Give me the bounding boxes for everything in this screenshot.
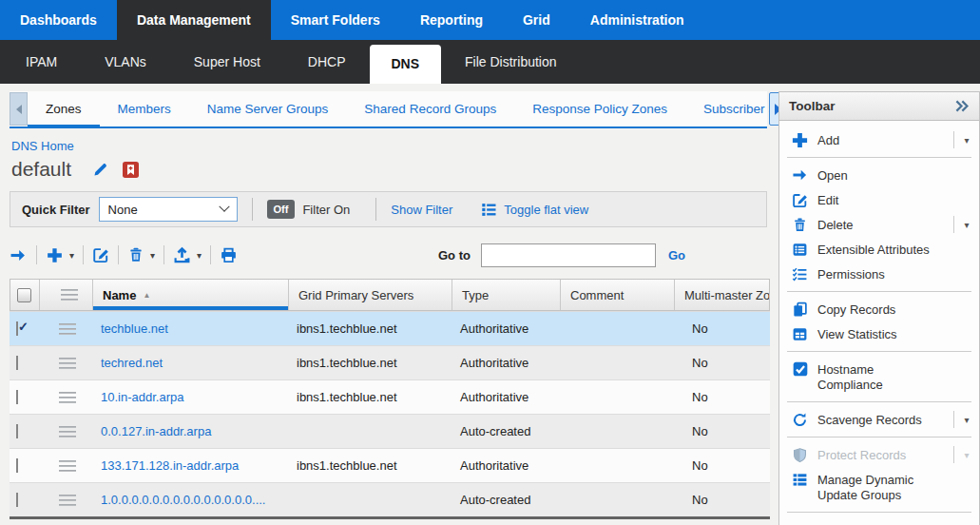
table-row[interactable]: 10.in-addr.arpa ibns1.techblue.net Autho…: [10, 379, 770, 414]
toolbar-item-copy-records[interactable]: Copy Records: [779, 297, 979, 321]
zone-link[interactable]: 0.0.127.in-addr.arpa: [101, 424, 211, 438]
scavenge-dropdown-caret[interactable]: [953, 411, 979, 428]
toolbar-item-label: Permissions: [817, 265, 885, 282]
tab-name-server-groups[interactable]: Name Server Groups: [189, 91, 347, 126]
zone-link[interactable]: techred.net: [101, 356, 163, 370]
toolbar-item-delete[interactable]: Delete: [779, 212, 979, 237]
row-checkbox[interactable]: [16, 356, 18, 370]
go-button[interactable]: Go: [668, 248, 685, 262]
zone-link[interactable]: 133.171.128.in-addr.arpa: [101, 458, 239, 473]
cell-multi-master: No: [673, 321, 770, 336]
toolbar-item-extensible-attributes[interactable]: Extensible Attributes: [779, 237, 979, 262]
subnav-item-super-host[interactable]: Super Host: [170, 40, 284, 84]
toolbar-item-scavenge-records[interactable]: Scavenge Records: [779, 407, 979, 432]
show-filter-link[interactable]: Show Filter: [391, 203, 452, 217]
subnav-item-ipam[interactable]: IPAM: [2, 40, 81, 84]
tab-scroll-left-button[interactable]: [10, 92, 28, 126]
row-checkbox[interactable]: [16, 390, 18, 404]
tab-shared-record-groups[interactable]: Shared Record Groups: [346, 91, 514, 126]
subnav-item-dns[interactable]: DNS: [370, 45, 442, 84]
delete-dropdown-caret[interactable]: [150, 250, 155, 261]
nav-item-administration[interactable]: Administration: [570, 0, 704, 40]
divider: [787, 351, 971, 352]
export-dropdown-caret[interactable]: [197, 250, 202, 261]
tab-subscriber[interactable]: Subscriber S: [685, 91, 769, 126]
column-header-name[interactable]: Name▲: [92, 280, 288, 310]
subnav-item-dhcp[interactable]: DHCP: [284, 40, 370, 84]
goto-input[interactable]: [481, 243, 656, 267]
quick-filter-select[interactable]: None: [99, 197, 238, 222]
tab-members[interactable]: Members: [100, 91, 189, 126]
drag-handle-icon[interactable]: [59, 426, 76, 438]
edit-icon[interactable]: [92, 246, 109, 263]
toolbar-item-protect-records: Protect Records: [779, 442, 979, 467]
drag-handle-icon[interactable]: [59, 495, 76, 506]
zone-link[interactable]: techblue.net: [101, 321, 168, 336]
row-checkbox[interactable]: [16, 458, 18, 473]
nav-item-data-management[interactable]: Data Management: [117, 0, 271, 40]
table-row[interactable]: techred.net ibns1.techblue.net Authorita…: [10, 345, 770, 379]
nav-item-grid[interactable]: Grid: [503, 0, 570, 40]
tab-response-policy-zones[interactable]: Response Policy Zones: [514, 91, 685, 126]
delete-icon[interactable]: [127, 246, 144, 263]
toolbar-item-add[interactable]: Add: [779, 127, 979, 152]
toolbar-item-open[interactable]: Open: [779, 163, 979, 187]
bookmark-icon[interactable]: [123, 162, 139, 178]
divider: [252, 198, 253, 221]
toolbar-item-hostname-compliance[interactable]: Hostname Compliance: [779, 357, 979, 397]
toolbar-item-permissions[interactable]: Permissions: [779, 262, 979, 286]
toolbar-panel-items: Add Open Edit Delete: [779, 121, 979, 513]
drag-handle-icon[interactable]: [59, 323, 76, 335]
divider: [787, 401, 971, 402]
row-checkbox[interactable]: [16, 493, 18, 507]
collapse-panel-icon[interactable]: [953, 98, 970, 114]
subnav-item-vlans[interactable]: VLANs: [81, 40, 170, 84]
cell-multi-master: No: [673, 458, 770, 473]
column-header-multi-master[interactable]: Multi-master Zo: [674, 280, 769, 310]
tab-zones[interactable]: Zones: [28, 91, 100, 126]
column-header-grid-primary-servers[interactable]: Grid Primary Servers: [288, 280, 452, 310]
zone-link[interactable]: 1.0.0.0.0.0.0.0.0.0.0.0.0.0.0....: [101, 493, 265, 507]
chevron-left-icon: [16, 105, 22, 114]
filter-toggle-button[interactable]: Off: [267, 200, 296, 219]
toolbar-item-label: Extensible Attributes: [817, 241, 930, 258]
toolbar-item-label: Copy Records: [817, 301, 895, 318]
add-icon[interactable]: [46, 246, 64, 264]
divider: [787, 291, 971, 292]
sort-ascending-icon: ▲: [143, 291, 150, 300]
add-dropdown-caret[interactable]: [953, 131, 979, 148]
column-header-comment[interactable]: Comment: [560, 280, 674, 310]
zone-link[interactable]: 10.in-addr.arpa: [101, 390, 183, 404]
divider: [210, 245, 211, 264]
nav-item-smart-folders[interactable]: Smart Folders: [271, 0, 400, 40]
print-icon[interactable]: [220, 246, 238, 264]
nav-item-reporting[interactable]: Reporting: [400, 0, 503, 40]
drag-handle-icon: [61, 289, 78, 301]
table-row[interactable]: 133.171.128.in-addr.arpa ibns1.techblue.…: [10, 448, 770, 482]
row-checkbox[interactable]: [16, 321, 18, 336]
open-arrow-icon[interactable]: [10, 246, 28, 264]
export-icon[interactable]: [173, 246, 191, 264]
table-row[interactable]: 1.0.0.0.0.0.0.0.0.0.0.0.0.0.0.... Auto-c…: [10, 482, 770, 516]
table-row[interactable]: 0.0.127.in-addr.arpa Auto-created No: [10, 414, 770, 448]
breadcrumb[interactable]: DNS Home: [11, 139, 74, 153]
table-row[interactable]: techblue.net ibns1.techblue.net Authorit…: [10, 311, 770, 345]
drag-handle-icon[interactable]: [59, 392, 76, 403]
edit-title-pencil-icon[interactable]: [92, 161, 109, 178]
row-checkbox[interactable]: [16, 424, 18, 438]
subnav-item-file-distribution[interactable]: File Distribution: [441, 40, 580, 84]
delete-dropdown-caret[interactable]: [953, 216, 979, 233]
drag-handle-icon[interactable]: [59, 358, 76, 369]
column-header-name-label: Name: [103, 288, 136, 302]
add-dropdown-caret[interactable]: [69, 250, 74, 261]
toolbar-item-edit[interactable]: Edit: [779, 187, 979, 212]
nav-item-dashboards[interactable]: Dashboards: [0, 0, 117, 40]
drag-handle-icon[interactable]: [59, 460, 76, 472]
toggle-flat-view-link[interactable]: Toggle flat view: [504, 203, 588, 217]
toolbar-item-view-statistics[interactable]: View Statistics: [779, 321, 979, 346]
select-all-checkbox[interactable]: [17, 288, 31, 302]
column-header-type[interactable]: Type: [452, 280, 560, 310]
toolbar-panel-header: Toolbar: [779, 92, 979, 121]
toolbar-item-manage-dynamic-update-groups[interactable]: Manage Dynamic Update Groups: [779, 467, 979, 507]
scavenge-records-icon: [791, 411, 809, 428]
